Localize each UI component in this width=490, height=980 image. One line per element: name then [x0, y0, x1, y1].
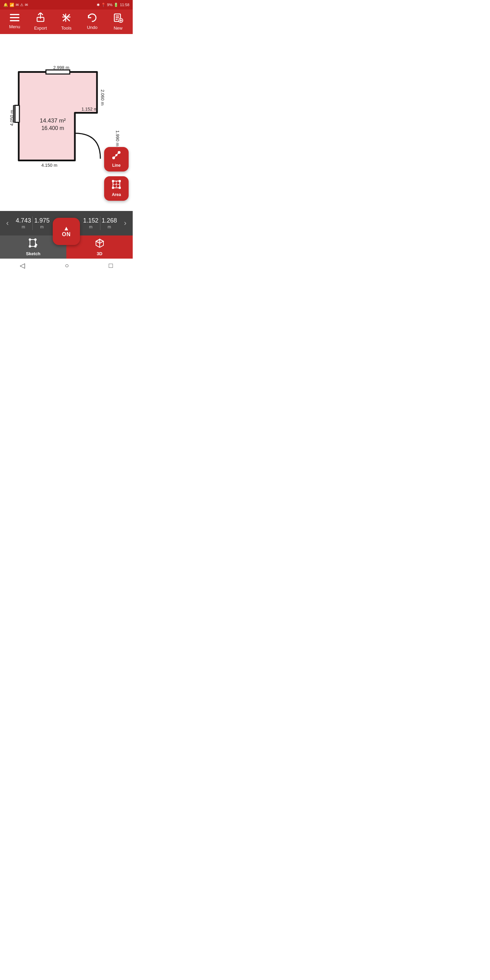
mail-icon: ✉: [25, 3, 28, 7]
svg-rect-17: [46, 70, 70, 74]
next-arrow-button[interactable]: ›: [118, 211, 133, 235]
notification-icon: 🔔: [3, 3, 8, 7]
new-icon: [113, 13, 123, 24]
sketch-icon: [29, 238, 38, 250]
line-fab-button[interactable]: Line: [104, 147, 129, 172]
measure-val-3-value: 1.152: [83, 217, 98, 224]
svg-rect-1: [10, 17, 19, 18]
undo-label: Undo: [87, 25, 97, 30]
battery-icon: 🔋: [114, 3, 118, 7]
svg-rect-0: [10, 14, 19, 15]
svg-marker-16: [19, 72, 97, 161]
export-icon: [36, 13, 45, 24]
svg-point-37: [119, 187, 121, 189]
undo-icon: [87, 13, 97, 24]
svg-rect-2: [10, 20, 19, 21]
measure-val-2: 1.975 m: [34, 217, 50, 229]
back-button[interactable]: ◁: [20, 261, 25, 269]
menu-label: Menu: [9, 24, 21, 29]
measure-val-2-value: 1.975: [34, 217, 50, 224]
on-arrow-icon: ▲: [63, 225, 69, 231]
svg-text:2.060 m: 2.060 m: [100, 89, 105, 105]
svg-rect-40: [30, 240, 35, 247]
svg-point-42: [34, 239, 36, 240]
undo-button[interactable]: Undo: [83, 13, 102, 30]
location-icon: 📍: [101, 3, 106, 7]
svg-point-36: [112, 187, 114, 189]
clock: 11:58: [120, 3, 129, 7]
menu-button[interactable]: Menu: [5, 14, 24, 29]
svg-text:14.437 m²: 14.437 m²: [40, 118, 66, 124]
canvas-area[interactable]: 2.998 m 2.060 m 4.050 m 4.150 m 1.152 m …: [0, 34, 133, 211]
svg-text:4.050 m: 4.050 m: [9, 110, 14, 126]
svg-text:1.990 m: 1.990 m: [115, 130, 120, 146]
svg-text:2.998 m: 2.998 m: [53, 65, 69, 70]
on-button[interactable]: ▲ ON: [53, 218, 80, 245]
recent-button[interactable]: □: [108, 262, 113, 269]
bluetooth-icon: ✱: [97, 3, 100, 7]
svg-point-34: [112, 180, 114, 182]
alert-icon: ⚠: [20, 3, 24, 7]
gmail-icon: ✉: [16, 3, 19, 7]
tools-button[interactable]: Tools: [57, 13, 76, 30]
svg-point-35: [119, 180, 121, 182]
fab-container: Line Area: [104, 147, 129, 201]
svg-point-43: [29, 245, 30, 247]
status-right-icons: ✱ 📍 9% 🔋 11:58: [97, 3, 129, 7]
status-bar: 🔔 📶 ✉ ⚠ ✉ ✱ 📍 9% 🔋 11:58: [0, 0, 133, 10]
new-button[interactable]: New: [109, 13, 127, 30]
measure-val-1-value: 4.743: [16, 217, 31, 224]
svg-marker-46: [96, 239, 100, 243]
on-btn-wrap: ▲ ON: [53, 218, 80, 245]
home-button[interactable]: ○: [65, 262, 69, 269]
measure-divider-1: [32, 216, 33, 230]
svg-text:16.400 m: 16.400 m: [41, 125, 64, 131]
measure-val-4-unit: m: [102, 224, 117, 229]
area-fab-button[interactable]: Area: [104, 176, 129, 201]
toolbar: Menu Export Tools: [0, 10, 133, 34]
system-nav: ◁ ○ □: [0, 259, 133, 272]
measure-val-3: 1.152 m: [83, 217, 98, 229]
wifi-icon: 📶: [10, 3, 14, 7]
export-button[interactable]: Export: [31, 13, 50, 30]
area-fab-label: Area: [112, 192, 121, 197]
measure-val-1-unit: m: [16, 224, 31, 229]
svg-text:4.150 m: 4.150 m: [41, 163, 57, 168]
measure-val-2-unit: m: [34, 224, 50, 229]
battery-percent: 9%: [107, 3, 113, 7]
3d-icon: [95, 238, 105, 250]
area-icon: [112, 180, 121, 191]
measure-val-4: 1.268 m: [102, 217, 117, 229]
measure-val-1: 4.743 m: [16, 217, 31, 229]
new-label: New: [114, 25, 123, 30]
sketch-label: Sketch: [26, 251, 40, 256]
measure-bar-wrapper: ▲ ON ‹ 4.743 m 1.975 m 1.152 m 1.268: [0, 211, 133, 235]
export-label: Export: [34, 25, 47, 30]
svg-marker-47: [100, 239, 103, 243]
line-fab-label: Line: [112, 163, 121, 168]
measure-divider-2: [100, 216, 100, 230]
svg-text:1.152 m: 1.152 m: [82, 107, 98, 111]
menu-icon: [10, 14, 19, 23]
measure-val-4-value: 1.268: [102, 217, 117, 224]
measure-val-3-unit: m: [83, 224, 98, 229]
on-label: ON: [62, 231, 71, 237]
status-left-icons: 🔔 📶 ✉ ⚠ ✉: [3, 3, 28, 7]
svg-point-41: [29, 239, 30, 240]
prev-arrow-button[interactable]: ‹: [0, 211, 15, 235]
line-icon: [112, 151, 121, 162]
svg-point-32: [116, 154, 117, 156]
tools-icon: [61, 13, 72, 24]
tools-label: Tools: [61, 25, 72, 30]
3d-label: 3D: [97, 251, 102, 256]
